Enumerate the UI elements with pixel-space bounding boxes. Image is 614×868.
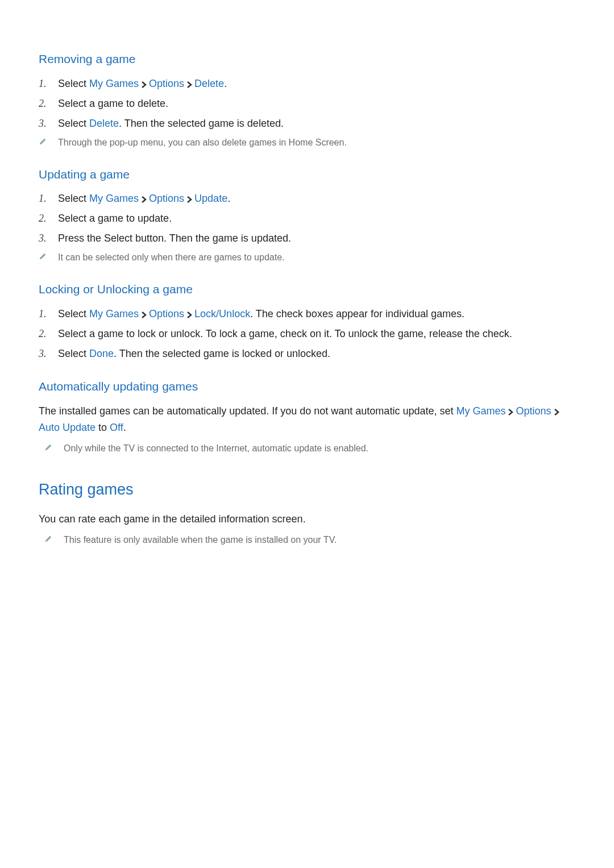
steps-removing: 1. Select My GamesOptionsDelete. 2. Sele… xyxy=(39,76,575,149)
text: Select xyxy=(58,308,89,319)
link-options: Options xyxy=(149,193,184,204)
note-item: Through the pop-up menu, you can also de… xyxy=(39,136,575,149)
link-my-games: My Games xyxy=(456,405,505,417)
text: Select xyxy=(58,78,89,89)
note-text: This feature is only available when the … xyxy=(64,533,337,547)
text: . xyxy=(123,422,126,433)
pencil-icon xyxy=(44,443,64,451)
step-marker: 3. xyxy=(39,116,58,131)
step-marker: 3. xyxy=(39,231,58,246)
pencil-icon xyxy=(39,252,58,260)
link-my-games: My Games xyxy=(89,308,139,319)
note-text: Through the pop-up menu, you can also de… xyxy=(58,136,347,149)
text: Select xyxy=(58,348,89,359)
step-marker: 1. xyxy=(39,76,58,92)
chevron-right-icon xyxy=(508,408,513,416)
heading-removing-a-game: Removing a game xyxy=(39,50,575,68)
step-text: Select My GamesOptionsUpdate. xyxy=(58,191,230,206)
link-options: Options xyxy=(149,78,184,89)
step-text: Select a game to lock or unlock. To lock… xyxy=(58,326,512,342)
list-item: 1. Select My GamesOptionsDelete. xyxy=(39,76,575,92)
chevron-right-icon xyxy=(186,311,192,319)
list-item: 2. Select a game to delete. xyxy=(39,96,575,111)
heading-locking-unlocking: Locking or Unlocking a game xyxy=(39,280,575,298)
list-item: 2. Select a game to update. xyxy=(39,211,575,226)
link-my-games: My Games xyxy=(89,193,139,204)
chevron-right-icon xyxy=(554,408,559,416)
heading-rating-games: Rating games xyxy=(39,478,575,501)
link-off: Off xyxy=(110,422,123,433)
note-item: This feature is only available when the … xyxy=(44,533,575,547)
link-options: Options xyxy=(149,308,184,319)
step-text: Select Done. Then the selected game is l… xyxy=(58,346,330,362)
text: . Then the selected game is locked or un… xyxy=(114,348,330,359)
paragraph: You can rate each game in the detailed i… xyxy=(39,511,575,528)
link-options: Options xyxy=(516,405,551,417)
steps-locking: 1. Select My GamesOptionsLock/Unlock. Th… xyxy=(39,306,575,362)
step-marker: 2. xyxy=(39,326,58,342)
steps-updating: 1. Select My GamesOptionsUpdate. 2. Sele… xyxy=(39,191,575,264)
step-marker: 2. xyxy=(39,211,58,226)
text: to xyxy=(96,422,110,433)
text: Select xyxy=(58,193,89,204)
step-text: Select a game to delete. xyxy=(58,96,168,111)
heading-auto-updating: Automatically updating games xyxy=(39,377,575,396)
chevron-right-icon xyxy=(186,81,192,89)
link-delete: Delete xyxy=(194,78,224,89)
note-item: Only while the TV is connected to the In… xyxy=(44,442,575,455)
note-text: It can be selected only when there are g… xyxy=(58,251,284,264)
list-item: 3. Press the Select button. Then the gam… xyxy=(39,231,575,246)
note-item: It can be selected only when there are g… xyxy=(39,251,575,264)
step-text: Press the Select button. Then the game i… xyxy=(58,231,291,246)
step-marker: 2. xyxy=(39,96,58,111)
pencil-icon xyxy=(39,138,58,146)
step-text: Select My GamesOptionsDelete. xyxy=(58,76,227,92)
step-text: Select a game to update. xyxy=(58,211,172,226)
step-marker: 1. xyxy=(39,306,58,322)
link-lock-unlock: Lock/Unlock xyxy=(194,308,250,319)
text: . xyxy=(224,78,227,89)
link-auto-update: Auto Update xyxy=(39,422,96,433)
heading-updating-a-game: Updating a game xyxy=(39,165,575,184)
text: . The check boxes appear for individual … xyxy=(250,308,464,319)
list-item: 3. Select Delete. Then the selected game… xyxy=(39,116,575,131)
text: . xyxy=(227,193,230,204)
step-text: Select Delete. Then the selected game is… xyxy=(58,116,284,131)
note-text: Only while the TV is connected to the In… xyxy=(64,442,368,455)
link-my-games: My Games xyxy=(89,78,139,89)
text: Select xyxy=(58,118,89,129)
link-delete: Delete xyxy=(89,118,119,129)
chevron-right-icon xyxy=(141,196,147,203)
pencil-icon xyxy=(44,535,64,543)
chevron-right-icon xyxy=(141,81,147,89)
text: . Then the selected game is deleted. xyxy=(119,118,284,129)
chevron-right-icon xyxy=(141,311,147,319)
step-marker: 1. xyxy=(39,191,58,206)
text: The installed games can be automatically… xyxy=(39,405,456,417)
list-item: 1. Select My GamesOptionsLock/Unlock. Th… xyxy=(39,306,575,322)
link-update: Update xyxy=(194,193,227,204)
link-done: Done xyxy=(89,348,114,359)
list-item: 1. Select My GamesOptionsUpdate. xyxy=(39,191,575,206)
list-item: 3. Select Done. Then the selected game i… xyxy=(39,346,575,362)
step-text: Select My GamesOptionsLock/Unlock. The c… xyxy=(58,306,464,322)
list-item: 2. Select a game to lock or unlock. To l… xyxy=(39,326,575,342)
step-marker: 3. xyxy=(39,346,58,362)
chevron-right-icon xyxy=(186,196,192,203)
paragraph: The installed games can be automatically… xyxy=(39,403,575,436)
